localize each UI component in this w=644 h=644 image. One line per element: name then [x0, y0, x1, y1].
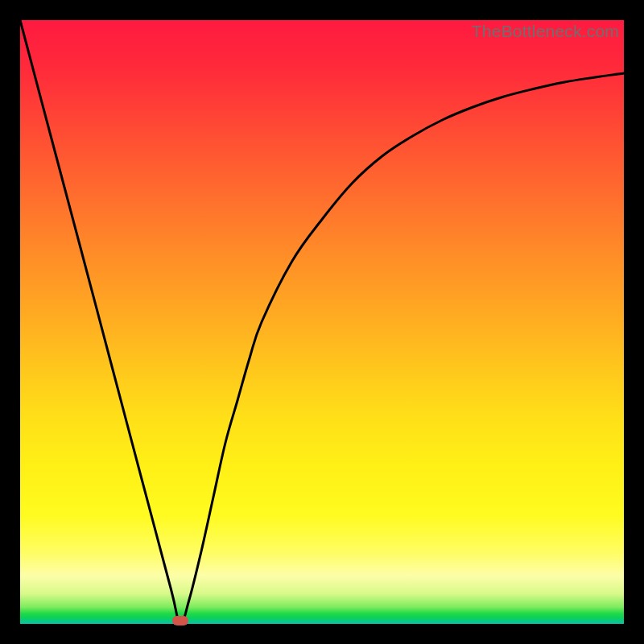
optimal-point-marker: [172, 616, 188, 625]
chart-frame: TheBottleneck.com: [0, 0, 644, 644]
plot-area: TheBottleneck.com: [20, 20, 624, 624]
bottleneck-curve: [20, 20, 624, 624]
